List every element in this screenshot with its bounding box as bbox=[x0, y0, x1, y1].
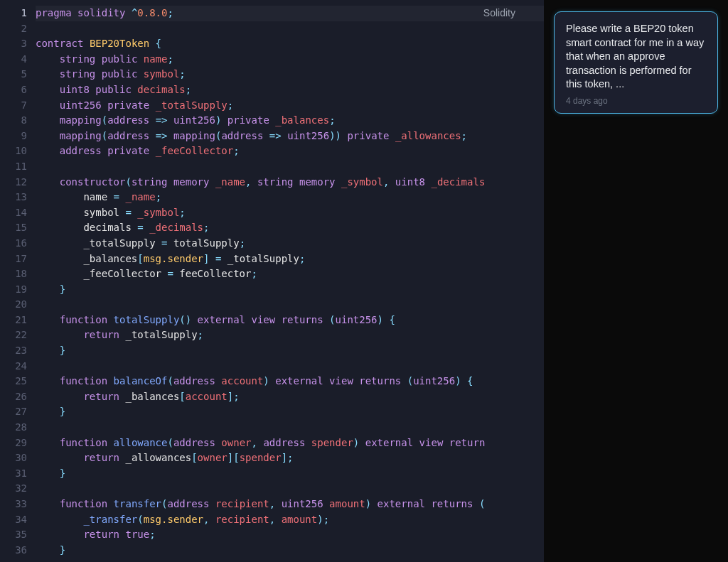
line-number: 29 bbox=[0, 436, 27, 451]
prompt-card[interactable]: Please write a BEP20 token smart contrac… bbox=[554, 11, 718, 114]
code-line[interactable]: return _totalSupply; bbox=[36, 328, 544, 343]
code-line[interactable]: contract BEP20Token { bbox=[36, 36, 544, 52]
line-number: 22 bbox=[0, 328, 27, 343]
code-line[interactable]: string public name; bbox=[36, 52, 544, 67]
code-line[interactable] bbox=[36, 359, 544, 374]
line-number: 15 bbox=[0, 220, 27, 236]
code-line[interactable]: return _balances[account]; bbox=[36, 389, 544, 405]
code-line[interactable]: decimals = _decimals; bbox=[36, 220, 544, 236]
line-number: 10 bbox=[0, 144, 27, 159]
prompt-timestamp: 4 days ago bbox=[566, 96, 706, 106]
code-line[interactable]: name = _name; bbox=[36, 190, 544, 205]
code-line[interactable]: uint8 public decimals; bbox=[36, 82, 544, 98]
line-number: 23 bbox=[0, 343, 27, 359]
code-line[interactable]: } bbox=[36, 543, 544, 558]
code-line[interactable]: } bbox=[36, 343, 544, 359]
code-line[interactable]: address private _feeCollector; bbox=[36, 144, 544, 159]
code-line[interactable]: pragma solidity ^0.8.0; bbox=[36, 6, 544, 21]
code-line[interactable]: return true; bbox=[36, 527, 544, 543]
history-sidebar: Please write a BEP20 token smart contrac… bbox=[544, 0, 728, 562]
code-line[interactable]: _transfer(msg.sender, recipient, amount)… bbox=[36, 512, 544, 528]
line-number: 27 bbox=[0, 404, 27, 420]
line-number: 28 bbox=[0, 420, 27, 436]
language-badge: Solidity bbox=[483, 3, 544, 18]
code-line[interactable]: } bbox=[36, 282, 544, 298]
line-number: 5 bbox=[0, 67, 27, 82]
code-line[interactable] bbox=[36, 297, 544, 313]
code-line[interactable]: _balances[msg.sender] = _totalSupply; bbox=[36, 252, 544, 267]
code-line[interactable] bbox=[36, 481, 544, 497]
line-number: 21 bbox=[0, 313, 27, 328]
editor-header: Solidity bbox=[483, 0, 544, 21]
line-number: 34 bbox=[0, 512, 27, 528]
code-line[interactable] bbox=[36, 420, 544, 436]
code-line[interactable]: return _allowances[owner][spender]; bbox=[36, 450, 544, 466]
line-number: 3 bbox=[0, 36, 27, 52]
code-line[interactable] bbox=[36, 159, 544, 175]
code-line[interactable]: constructor(string memory _name, string … bbox=[36, 175, 544, 190]
line-number: 4 bbox=[0, 52, 27, 67]
line-number: 36 bbox=[0, 543, 27, 558]
line-number: 32 bbox=[0, 481, 27, 497]
code-content[interactable]: pragma solidity ^0.8.0;contract BEP20Tok… bbox=[36, 6, 544, 562]
code-line[interactable]: _feeCollector = feeCollector; bbox=[36, 266, 544, 282]
line-number: 11 bbox=[0, 159, 27, 175]
code-line[interactable] bbox=[36, 21, 544, 37]
line-gutter: 1234567891011121314151617181920212223242… bbox=[0, 6, 36, 562]
line-number: 26 bbox=[0, 389, 27, 405]
code-line[interactable]: string public symbol; bbox=[36, 67, 544, 82]
line-number: 30 bbox=[0, 450, 27, 466]
line-number: 16 bbox=[0, 236, 27, 252]
line-number: 33 bbox=[0, 497, 27, 512]
line-number: 6 bbox=[0, 82, 27, 98]
code-line[interactable]: function allowance(address owner, addres… bbox=[36, 436, 544, 451]
line-number: 12 bbox=[0, 175, 27, 190]
code-line[interactable]: } bbox=[36, 466, 544, 482]
line-number: 20 bbox=[0, 297, 27, 313]
code-line[interactable]: uint256 private _totalSupply; bbox=[36, 98, 544, 114]
code-editor[interactable]: Solidity 1234567891011121314151617181920… bbox=[0, 0, 544, 562]
code-line[interactable]: mapping(address => uint256) private _bal… bbox=[36, 113, 544, 129]
line-number: 14 bbox=[0, 205, 27, 221]
code-line[interactable]: } bbox=[36, 404, 544, 420]
line-number: 9 bbox=[0, 129, 27, 144]
line-number: 2 bbox=[0, 21, 27, 37]
code-line[interactable]: function balanceOf(address account) exte… bbox=[36, 374, 544, 389]
line-number: 31 bbox=[0, 466, 27, 482]
line-number: 19 bbox=[0, 282, 27, 298]
code-line[interactable]: function totalSupply() external view ret… bbox=[36, 313, 544, 328]
line-number: 8 bbox=[0, 113, 27, 129]
line-number: 35 bbox=[0, 527, 27, 543]
prompt-text: Please write a BEP20 token smart contrac… bbox=[566, 22, 706, 92]
code-container: 1234567891011121314151617181920212223242… bbox=[0, 0, 544, 562]
line-number: 13 bbox=[0, 190, 27, 205]
line-number: 24 bbox=[0, 359, 27, 374]
line-number: 17 bbox=[0, 252, 27, 267]
code-line[interactable]: _totalSupply = totalSupply; bbox=[36, 236, 544, 252]
line-number: 25 bbox=[0, 374, 27, 389]
code-line[interactable]: symbol = _symbol; bbox=[36, 205, 544, 221]
line-number: 18 bbox=[0, 266, 27, 282]
code-line[interactable]: mapping(address => mapping(address => ui… bbox=[36, 129, 544, 144]
line-number: 1 bbox=[0, 6, 27, 21]
line-number: 7 bbox=[0, 98, 27, 114]
code-line[interactable]: function transfer(address recipient, uin… bbox=[36, 497, 544, 512]
